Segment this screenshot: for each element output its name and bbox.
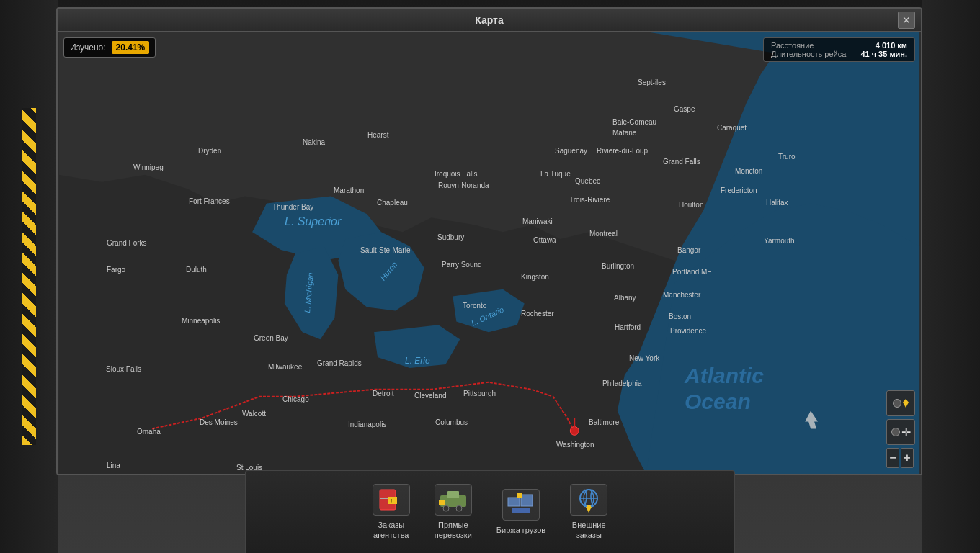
zoom-controls: − +	[886, 448, 915, 468]
explored-badge: Изучено: 20.41%	[63, 37, 156, 58]
direct-delivery-label: Прямыеперевозки	[435, 520, 472, 541]
duration-value: 41 ч 35 мин.	[860, 50, 907, 58]
dialog-title: Карта	[475, 14, 504, 26]
toolbar-item-freight-market[interactable]: Биржа грузов	[488, 485, 554, 539]
direct-delivery-icon	[435, 484, 472, 516]
svg-text:!: !	[391, 498, 393, 505]
agent-orders-icon: !	[373, 484, 410, 516]
close-button[interactable]: ✕	[898, 12, 915, 29]
svg-rect-15	[512, 508, 530, 513]
title-bar: Карта ✕	[58, 9, 921, 32]
external-orders-icon	[570, 484, 607, 516]
svg-rect-12	[439, 500, 445, 505]
move-button[interactable]: ✛	[886, 419, 915, 445]
svg-rect-16	[517, 493, 522, 498]
svg-point-10	[456, 505, 462, 511]
toolbar-item-external-orders[interactable]: Внешниезаказы	[561, 480, 616, 545]
pan-button[interactable]	[886, 390, 915, 416]
distance-row: Расстояние 4 010 км	[771, 41, 907, 50]
svg-rect-14	[521, 495, 533, 506]
map-area[interactable]: L. Superior L. Michigan Huron L. Ontario…	[58, 32, 921, 474]
cross-icon: ✛	[901, 426, 911, 439]
agent-orders-label: Заказыагентства	[373, 520, 409, 541]
duration-label: Длительность рейса	[771, 50, 846, 58]
svg-point-20	[587, 505, 591, 509]
explored-label: Изучено:	[70, 42, 106, 53]
toolbar-item-agent-orders[interactable]: ! Заказыагентства	[364, 480, 419, 545]
garage-right-wall	[922, 0, 980, 553]
zoom-out-button[interactable]: −	[886, 448, 899, 468]
svg-rect-11	[447, 491, 459, 498]
mouse-icon-2	[891, 428, 900, 436]
freight-market-label: Биржа грузов	[496, 525, 545, 535]
distance-value: 4 010 км	[876, 41, 907, 50]
map-controls: ✛ − +	[886, 390, 915, 468]
toolbar-item-direct-delivery[interactable]: Прямыеперевозки	[426, 480, 481, 545]
svg-rect-13	[508, 498, 520, 506]
external-orders-label: Внешниезаказы	[572, 520, 606, 541]
map-svg	[58, 32, 921, 474]
pin-icon	[903, 399, 909, 408]
distance-info: Расстояние 4 010 км Длительность рейса 4…	[763, 37, 915, 62]
duration-row: Длительность рейса 41 ч 35 мин.	[771, 50, 907, 58]
zoom-in-button[interactable]: +	[901, 448, 914, 468]
freight-market-icon	[502, 489, 540, 521]
bottom-toolbar: ! Заказыагентства Прямыеперевозки	[245, 470, 735, 553]
svg-point-9	[443, 505, 449, 511]
mouse-icon	[893, 399, 901, 408]
explored-value: 20.41%	[112, 41, 150, 54]
distance-label: Расстояние	[771, 41, 814, 50]
map-dialog: Карта ✕	[56, 7, 922, 475]
warning-stripe	[22, 108, 36, 445]
